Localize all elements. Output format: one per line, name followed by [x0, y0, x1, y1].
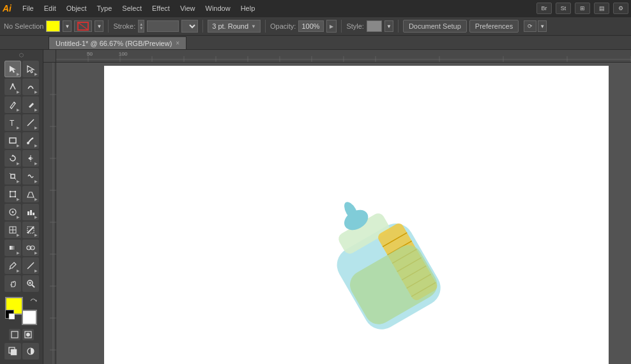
tools-panel: ⬡ ▶ ▶ ▶ ▶ ▶ — [0, 50, 43, 364]
symbolspray-tool-button[interactable]: ▶ — [4, 204, 21, 220]
menu-help[interactable]: Help — [236, 3, 260, 14]
direct-selection-tool-button[interactable]: ▶ — [22, 61, 39, 77]
svg-line-38 — [27, 268, 29, 269]
stroke-options-select[interactable] — [181, 20, 198, 33]
zoom-tool-button[interactable] — [22, 275, 39, 292]
style-swatch[interactable] — [367, 20, 382, 32]
measure-tool-button[interactable]: ▶ — [22, 257, 39, 274]
slice-tool-button[interactable]: ▶ — [22, 222, 39, 238]
menu-edit[interactable]: Edit — [40, 3, 61, 14]
svg-line-36 — [10, 268, 10, 269]
menu-effect[interactable]: Effect — [148, 3, 174, 14]
quick-mask-button[interactable] — [22, 329, 34, 340]
stroke-indicator[interactable] — [74, 20, 92, 32]
background-color-swatch[interactable] — [22, 310, 37, 325]
selection-tool-button[interactable]: ▶ — [4, 61, 21, 77]
opacity-arrow[interactable]: ▶ — [326, 20, 337, 33]
svg-marker-47 — [36, 300, 37, 302]
svg-marker-12 — [28, 156, 31, 160]
preferences-button[interactable]: Preferences — [469, 20, 519, 33]
brush-dropdown-arrow[interactable]: ▼ — [251, 24, 256, 29]
svg-line-30 — [27, 227, 34, 233]
tool-arrow-13: ▶ — [17, 179, 20, 183]
bridge-button[interactable]: Br — [536, 3, 552, 14]
stroke-width-input[interactable] — [147, 20, 179, 32]
normal-mode-button[interactable] — [9, 329, 20, 340]
tools-row-5: ▶ ▶ — [4, 132, 39, 149]
stroke-spinner[interactable]: ▲ ▼ — [139, 22, 144, 30]
svg-point-19 — [14, 191, 15, 192]
svg-point-50 — [26, 333, 30, 337]
menu-select[interactable]: Select — [118, 3, 146, 14]
arrange-button[interactable]: ▤ — [594, 3, 609, 14]
ruler-horizontal: 50 100 — [56, 50, 631, 63]
document-setup-button[interactable]: Document Setup — [403, 20, 467, 33]
paintbrush-tool-button[interactable]: ▶ — [22, 132, 39, 149]
sep4 — [341, 20, 342, 33]
menu-object[interactable]: Object — [62, 3, 91, 14]
svg-marker-3 — [27, 66, 34, 73]
gradient-tool-button[interactable]: ▶ — [4, 239, 21, 256]
eraser-tool-button[interactable]: ▶ — [22, 96, 39, 113]
workspace-button[interactable]: ⊞ — [575, 3, 590, 14]
reflect-tool-button[interactable]: ▶ — [22, 150, 39, 167]
stock-button[interactable]: St — [556, 3, 571, 14]
pencil-tool-button[interactable]: ▶ — [4, 96, 21, 113]
tool-arrow-19: ▶ — [17, 232, 20, 237]
rotate-view-icon[interactable]: ⟳ — [524, 20, 536, 32]
tab-close-button[interactable]: × — [176, 40, 179, 47]
options-toolbar: No Selection ▼ ▼ Stroke: ▲ ▼ 3 pt. Round… — [0, 17, 631, 36]
svg-point-18 — [9, 191, 10, 192]
svg-rect-24 — [27, 211, 29, 215]
stroke-arrow[interactable]: ▼ — [95, 20, 103, 32]
menu-type[interactable]: Type — [93, 3, 117, 14]
type-tool-button[interactable]: T ▶ — [4, 114, 21, 131]
fill-arrow[interactable]: ▼ — [63, 20, 72, 32]
settings-button[interactable]: ⚙ — [613, 3, 628, 14]
brush-size-label: 3 pt. Round — [212, 22, 248, 30]
mesh-tool-button[interactable]: ▶ — [4, 222, 21, 238]
eyedropper-tool-button[interactable]: ▶ — [4, 257, 21, 274]
panel-scroll-top[interactable]: ⬡ — [19, 52, 24, 58]
warp-tool-button[interactable]: ▶ — [22, 168, 39, 185]
column-graph-button[interactable]: ▶ — [22, 204, 39, 220]
svg-point-21 — [14, 196, 15, 197]
default-colors-button[interactable] — [5, 310, 14, 319]
free-transform-button[interactable]: ▶ — [4, 186, 21, 202]
style-arrow[interactable]: ▼ — [384, 20, 393, 32]
tool-arrow-9: ▶ — [17, 143, 20, 148]
swap-colors-button[interactable] — [29, 297, 37, 305]
blend-tool-button[interactable]: ▶ — [22, 239, 39, 256]
curvature-tool-button[interactable]: ▶ — [22, 79, 39, 95]
extra-arrow-icon[interactable]: ▼ — [538, 20, 547, 32]
opacity-input[interactable] — [298, 20, 324, 32]
pen-tool-button[interactable]: ▶ — [4, 79, 21, 95]
menu-file[interactable]: File — [18, 3, 38, 14]
hand-tool-button[interactable] — [4, 275, 21, 292]
svg-line-7 — [27, 119, 34, 126]
tool-arrow-5: ▶ — [17, 107, 20, 112]
sep3 — [265, 20, 266, 33]
tools-row-2: ▶ ▶ — [4, 79, 39, 95]
perspective-tool-button[interactable]: ▶ — [22, 186, 39, 202]
tool-arrow-7: ▶ — [17, 125, 20, 130]
menu-window[interactable]: Window — [201, 3, 235, 14]
tool-arrow-12: ▶ — [34, 161, 38, 165]
rotate-tool-button[interactable]: ▶ — [4, 150, 21, 167]
color-mode-button[interactable] — [22, 343, 39, 360]
line-tool-button[interactable]: ▶ — [22, 114, 39, 131]
tools-row-1: ▶ ▶ — [4, 61, 39, 77]
tools-row-8: ▶ ▶ — [4, 186, 39, 202]
tools-row-6: ▶ ▶ — [4, 150, 39, 167]
tool-arrow-23: ▶ — [17, 268, 20, 273]
stroke-fill-toggle[interactable] — [4, 343, 21, 360]
svg-line-5 — [14, 102, 15, 103]
svg-rect-32 — [10, 246, 16, 250]
menu-view[interactable]: View — [176, 3, 200, 14]
fill-color-swatch[interactable] — [46, 20, 60, 32]
tool-arrow-18: ▶ — [34, 215, 38, 219]
svg-text:50: 50 — [87, 51, 93, 57]
scale-tool-button[interactable]: ▶ — [4, 168, 21, 185]
rect-tool-button[interactable]: ▶ — [4, 132, 21, 149]
document-tab[interactable]: Untitled-1* @ 66.67% (RGB/Preview) × — [49, 36, 186, 49]
